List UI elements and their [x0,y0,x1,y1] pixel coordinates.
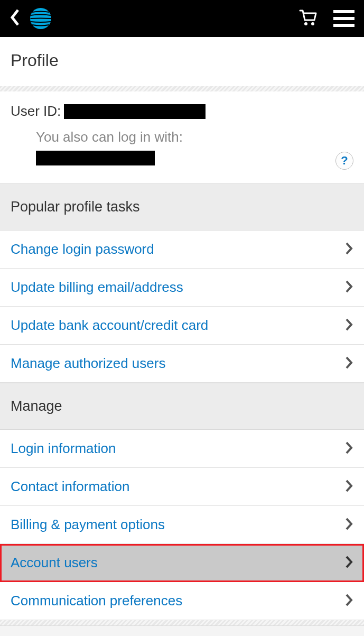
user-id-label: User ID: [11,103,61,119]
task-change-login-password[interactable]: Change login password [0,231,364,269]
top-navbar [0,0,364,37]
section-header-popular: Popular profile tasks [0,183,364,231]
return-section: Return to myAT&T overview [0,625,364,636]
list-item-label: Account users [11,555,98,571]
manage-account-users[interactable]: Account users [0,544,364,582]
manage-billing-payment-options[interactable]: Billing & payment options [0,506,364,544]
task-update-bank-account[interactable]: Update bank account/credit card [0,307,364,345]
user-id-line: User ID: [11,103,353,119]
navbar-right [298,8,354,29]
list-item-label: Update billing email/address [11,279,183,296]
svg-point-2 [311,22,314,25]
navbar-left [10,7,52,30]
alt-login-value-redacted [36,151,155,165]
separator [0,86,364,91]
list-item-label: Communication preferences [11,593,182,609]
chevron-right-icon [345,441,353,457]
list-item-label: Billing & payment options [11,517,165,533]
list-item-label: Contact information [11,478,129,495]
task-manage-authorized-users[interactable]: Manage authorized users [0,345,364,383]
back-icon[interactable] [10,8,20,29]
list-item-label: Update bank account/credit card [11,317,208,334]
manage-contact-information[interactable]: Contact information [0,468,364,506]
login-with-text: You also can log in with: [36,129,353,145]
att-logo-icon[interactable] [30,7,52,30]
list-item-label: Login information [11,440,116,457]
chevron-right-icon [345,479,353,495]
help-icon[interactable]: ? [335,152,353,170]
chevron-right-icon [345,242,353,257]
task-update-billing-email[interactable]: Update billing email/address [0,269,364,307]
chevron-right-icon [345,318,353,334]
page-title: Profile [11,51,353,70]
user-id-value-redacted [64,104,206,119]
page-title-row: Profile [0,37,364,86]
cart-icon[interactable] [298,8,318,29]
list-item-label: Manage authorized users [11,355,165,372]
svg-point-1 [304,22,307,25]
user-info-block: User ID: You also can log in with: ? [0,91,364,183]
section-header-manage: Manage [0,383,364,430]
chevron-right-icon [345,280,353,296]
chevron-right-icon [345,356,353,372]
manage-communication-preferences[interactable]: Communication preferences [0,582,364,620]
chevron-right-icon [345,593,353,609]
return-link[interactable]: Return to myAT&T overview [0,626,364,636]
list-item-label: Change login password [11,241,154,257]
separator [0,620,364,625]
chevron-right-icon [345,517,353,533]
menu-icon[interactable] [333,10,354,27]
manage-login-information[interactable]: Login information [0,430,364,468]
chevron-right-icon [345,555,353,571]
